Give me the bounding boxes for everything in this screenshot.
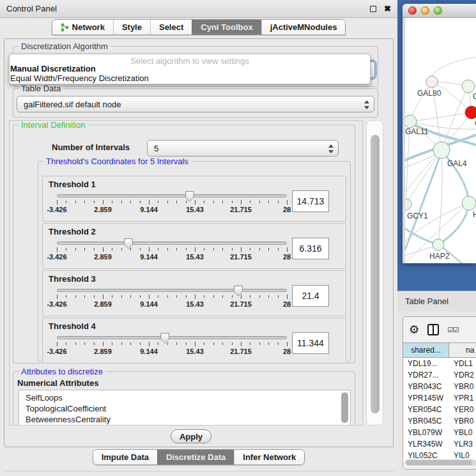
slider-track[interactable] [57, 242, 287, 245]
tick-mark [259, 201, 260, 203]
apply-button[interactable]: Apply [171, 429, 211, 443]
threshold-value-input[interactable]: 6.316 [292, 238, 329, 259]
threshold-slider[interactable]: -3.4262.8599.14415.4321.71528 [57, 336, 287, 355]
group-title: Attributes to discretize [19, 367, 105, 376]
tab-network[interactable]: Network [52, 20, 113, 35]
mac-close-button[interactable] [408, 6, 417, 15]
table-row[interactable]: YBR043CYBR0 [403, 381, 476, 392]
thresholds-group: Threshold's Coordinates for 5 Intervals … [38, 161, 351, 362]
tick-mark [176, 248, 177, 250]
list-item[interactable]: SelfLoops [26, 392, 350, 403]
table-data-combobox[interactable]: galFiltered.sif default node [17, 96, 374, 112]
tick-mark [57, 247, 58, 252]
network-node[interactable] [405, 115, 417, 128]
tick-label: 2.859 [94, 300, 112, 308]
slider-track[interactable] [57, 336, 287, 339]
tab-cyni-toolbox[interactable]: Cyni Toolbox [192, 20, 261, 35]
tick-mark [204, 248, 204, 250]
cell-shared-name: YBL079W [403, 427, 449, 438]
threshold-slider[interactable]: -3.4262.8599.14415.4321.71528 [57, 242, 287, 261]
tick-label: -3.426 [47, 348, 66, 355]
mac-zoom-button[interactable] [434, 6, 442, 15]
network-edge[interactable] [410, 112, 472, 121]
node-table: shared... na YDL19...YDL1YDR27...YDR2YBR… [403, 342, 476, 461]
tab-jactivemnodules[interactable]: jActiveMNodules [261, 20, 346, 35]
network-edge[interactable] [432, 58, 476, 76]
network-node[interactable] [433, 142, 450, 158]
top-tab-bar: NetworkStyleSelectCyni ToolboxjActiveMNo… [0, 19, 397, 35]
tab-discretize-data[interactable]: Discretize Data [157, 450, 234, 464]
tab-label: Impute Data [102, 452, 149, 462]
column-header-name[interactable]: na [449, 343, 476, 357]
tick-mark [130, 295, 131, 298]
tab-label: Network [72, 22, 105, 32]
threshold-slider[interactable]: -3.4262.8599.14415.4321.71528 [57, 289, 287, 308]
network-node[interactable] [465, 106, 476, 119]
algorithm-option[interactable]: Equal Width/Frequency Discretization [10, 73, 370, 83]
threshold-value-input[interactable]: 21.4 [292, 285, 329, 307]
tick-mark [287, 247, 288, 252]
threshold-value-input[interactable]: 14.713 [292, 190, 329, 212]
table-row[interactable]: YBR045CYBR0 [403, 415, 476, 427]
gear-icon[interactable]: ⚙ [409, 324, 419, 335]
scrollbar-thumb[interactable] [371, 135, 380, 413]
network-node[interactable] [426, 76, 438, 88]
tick-mark [186, 295, 187, 298]
threshold-panel: Threshold 1-3.4262.8599.14415.4321.71528… [42, 176, 346, 222]
list-item[interactable]: TopologicalCoefficient [26, 403, 350, 414]
list-scrollbar[interactable] [341, 392, 348, 423]
list-item[interactable]: BetweennessCentrality [26, 414, 350, 425]
network-canvas[interactable]: GAL80GACGAL11GAL4GCY1HHAP2 [405, 18, 476, 263]
column-header-shared-name[interactable]: shared... [403, 343, 449, 357]
network-window-titlebar[interactable] [403, 4, 476, 18]
tab-impute-data[interactable]: Impute Data [93, 450, 157, 464]
horizontal-scrollbar[interactable] [405, 459, 476, 466]
cell-shared-name: YPR145W [403, 392, 449, 404]
table-row[interactable]: YDL19...YDL1 [403, 358, 476, 369]
tick-mark [176, 295, 177, 298]
group-title: Threshold's Coordinates for 5 Intervals [43, 157, 191, 166]
scrollbar-thumb[interactable] [406, 460, 472, 465]
tab-style[interactable]: Style [113, 20, 150, 35]
tick-mark [103, 295, 104, 299]
float-window-icon[interactable] [370, 6, 376, 12]
threshold-label: Threshold 3 [49, 274, 96, 284]
tick-mark [149, 247, 150, 252]
tick-mark [121, 201, 122, 203]
tick-mark [84, 201, 85, 203]
network-node[interactable] [405, 199, 411, 210]
network-node[interactable] [433, 239, 444, 250]
number-of-intervals-combobox[interactable]: 5 [147, 140, 339, 157]
table-row[interactable]: YER054CYER0 [403, 404, 476, 415]
vertical-scrollbar[interactable] [366, 120, 383, 426]
tick-mark [204, 295, 204, 298]
tick-label: 21.715 [230, 206, 252, 213]
table-row[interactable]: YBL079WYBL0 [403, 427, 476, 438]
slider-track[interactable] [57, 289, 287, 292]
number-of-intervals-label: Number of Intervals [52, 142, 130, 152]
table-row[interactable]: YLR345WYLR3 [403, 438, 476, 450]
tick-label: 15.43 [186, 300, 204, 308]
tick-mark [158, 295, 158, 298]
table-row[interactable]: YDR27...YDR2 [403, 369, 476, 381]
tick-mark [241, 247, 242, 252]
slider-track[interactable] [57, 194, 287, 197]
network-node[interactable] [462, 196, 476, 210]
network-node[interactable] [462, 80, 475, 93]
threshold-value-input[interactable]: 11.344 [292, 332, 329, 354]
threshold-slider[interactable]: -3.4262.8599.14415.4321.71528 [57, 194, 287, 213]
table-toolbar: ⚙ ☑☑ [403, 317, 476, 342]
tab-infer-network[interactable]: Infer Network [234, 450, 304, 464]
network-edge[interactable] [410, 82, 432, 121]
tick-label: 9.144 [140, 253, 158, 261]
mac-minimize-button[interactable] [421, 6, 429, 15]
tick-mark [222, 342, 223, 345]
tick-label: 9.144 [140, 348, 158, 355]
network-edge[interactable] [441, 150, 469, 203]
table-row[interactable]: YPR145WYPR1 [403, 392, 476, 404]
close-icon[interactable]: ✖ [384, 4, 391, 13]
select-columns-icon[interactable]: ☑☑ [447, 326, 459, 334]
numerical-attributes-list[interactable]: SelfLoopsTopologicalCoefficientBetweenne… [19, 390, 351, 426]
split-view-icon[interactable] [427, 324, 439, 335]
tab-select[interactable]: Select [150, 20, 192, 35]
